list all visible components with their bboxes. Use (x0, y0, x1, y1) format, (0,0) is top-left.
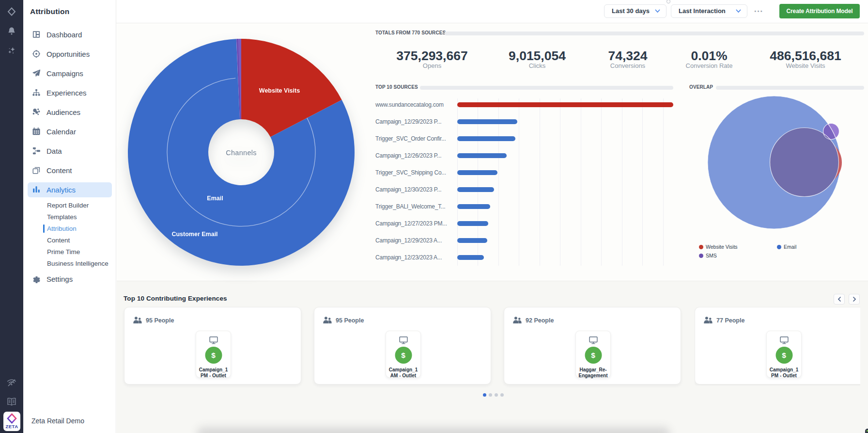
svg-text:Website Visits: Website Visits (259, 87, 300, 94)
svg-text:Customer Email: Customer Email (171, 231, 217, 238)
svg-text:Channels: Channels (226, 149, 257, 157)
svg-text:$: $ (211, 351, 216, 359)
svg-text:$: $ (782, 351, 786, 359)
svg-text:ZETA: ZETA (5, 424, 18, 429)
svg-text:Email: Email (207, 195, 223, 202)
svg-text:$: $ (401, 351, 405, 359)
svg-text:$: $ (591, 351, 595, 359)
